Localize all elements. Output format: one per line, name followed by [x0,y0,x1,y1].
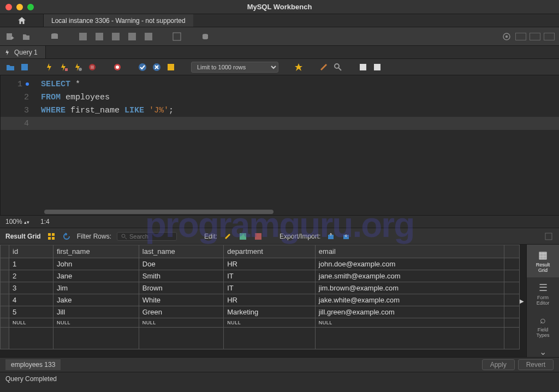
table-row[interactable]: 1JohnDoeHRjohn.doe@example.com [1,258,520,270]
table-cell[interactable]: Green [139,306,223,318]
table-cell[interactable]: HR [224,258,316,270]
more-panels-icon[interactable]: ⌄ [527,342,559,361]
home-tab[interactable] [0,14,44,27]
table-cell[interactable]: Jake [53,294,139,306]
refresh-grid-icon[interactable] [62,231,72,241]
table-cell[interactable]: 4 [9,294,53,306]
table-cell[interactable]: Jim [53,282,139,294]
table-cell[interactable]: White [139,294,223,306]
field-types-panel[interactable]: ⌕ Field Types [527,310,559,342]
table-cell[interactable]: Doe [139,258,223,270]
table-cell[interactable]: IT [224,282,316,294]
table-row[interactable]: 2JaneSmithITjane.smith@example.com [1,270,520,282]
invisible-chars-icon[interactable] [372,62,382,72]
table-row[interactable]: 4JakeWhiteHRjake.white@example.com [1,294,520,306]
bottom-panel-toggle[interactable] [530,33,540,40]
zoom-level[interactable]: 100% ▴▾ [5,218,29,225]
settings-gear-icon[interactable] [501,31,512,42]
null-cell[interactable]: NULL [9,318,53,328]
expand-side-icon[interactable]: ▶ [520,298,524,304]
table-cell[interactable]: jane.smith@example.com [315,270,504,282]
filter-input[interactable] [129,233,168,240]
connection-tab[interactable]: Local instance 3306 - Warning - not supp… [44,14,193,27]
delete-row-icon[interactable] [253,231,263,241]
revert-button[interactable]: Revert [518,359,554,370]
table-cell[interactable]: Brown [139,282,223,294]
col-header[interactable]: email [315,245,504,258]
line-number: 4 [1,119,33,128]
beautify-icon[interactable] [319,62,329,72]
explain-icon[interactable] [73,62,83,72]
col-header[interactable]: id [9,245,53,258]
minimize-window-icon[interactable] [16,4,23,10]
result-grid[interactable]: id first_name last_name department email… [0,245,520,357]
open-file-icon[interactable] [5,62,15,72]
open-sql-file-icon[interactable] [21,31,32,42]
table-cell[interactable]: 3 [9,282,53,294]
table-cell[interactable]: 1 [9,258,53,270]
null-cell[interactable]: NULL [53,318,139,328]
table-cell[interactable]: Jill [53,306,139,318]
table-cell[interactable]: Marketing [224,306,316,318]
null-cell[interactable]: NULL [224,318,316,328]
apply-button[interactable]: Apply [482,359,515,370]
stop-icon[interactable] [87,62,97,72]
form-editor-panel[interactable]: ☰ Form Editor [527,277,559,310]
dashboard-icon[interactable] [171,31,182,42]
autocommit-icon[interactable] [166,62,176,72]
table-cell[interactable]: John [53,258,139,270]
grid-view-icon[interactable] [46,231,56,241]
row-limit-select[interactable]: Limit to 1000 rows [191,62,278,73]
table-row-null[interactable]: NULLNULLNULLNULLNULL [1,318,520,328]
col-header[interactable]: last_name [139,245,223,258]
schema-icon-4[interactable] [127,31,138,42]
refresh-db-icon[interactable] [200,31,211,42]
table-cell[interactable]: jim.brown@example.com [315,282,504,294]
server-status-icon[interactable] [49,31,60,42]
horizontal-scrollbar[interactable] [44,210,273,214]
table-cell[interactable]: Smith [139,270,223,282]
table-cell[interactable]: 2 [9,270,53,282]
table-row[interactable]: 5JillGreenMarketingjill.green@example.co… [1,306,520,318]
table-cell[interactable]: jill.green@example.com [315,306,504,318]
schema-icon-5[interactable] [143,31,154,42]
col-header[interactable]: department [224,245,316,258]
table-cell[interactable]: HR [224,294,316,306]
right-panel-toggle[interactable] [544,33,555,40]
query-tab-1[interactable]: Query 1 [0,46,46,58]
table-row[interactable]: 3JimBrownITjim.brown@example.com [1,282,520,294]
star-icon[interactable] [294,62,304,72]
wrap-cell-icon[interactable] [544,231,554,241]
execute-icon[interactable] [45,62,55,72]
save-file-icon[interactable] [20,62,29,72]
execute-current-icon[interactable] [59,62,69,72]
wrap-icon[interactable] [358,62,368,72]
sql-editor[interactable]: 1 SELECT * 2 FROM employees 3 WHERE firs… [0,75,559,215]
null-cell[interactable]: NULL [139,318,223,328]
toggle-icon-1[interactable] [112,62,122,72]
table-cell[interactable]: 5 [9,306,53,318]
schema-icon-1[interactable] [78,31,88,42]
new-sql-tab-icon[interactable]: + [4,31,15,42]
export-icon[interactable] [326,231,336,241]
find-icon[interactable] [333,62,343,72]
import-icon[interactable] [341,231,351,241]
col-header[interactable]: first_name [53,245,139,258]
schema-icon-3[interactable] [110,31,121,42]
result-grid-panel[interactable]: ▦ Result Grid [527,245,559,277]
table-cell[interactable]: IT [224,270,316,282]
rollback-icon[interactable] [152,62,162,72]
null-cell[interactable]: NULL [315,318,504,328]
schema-icon-2[interactable] [94,31,105,42]
table-cell[interactable]: jake.white@example.com [315,294,504,306]
result-tab[interactable]: employees 133 [5,359,61,370]
table-cell[interactable]: john.doe@example.com [315,258,504,270]
filter-input-wrap[interactable] [117,232,177,241]
edit-row-icon[interactable] [223,231,233,241]
commit-icon[interactable] [138,62,147,72]
table-cell[interactable]: Jane [53,270,139,282]
left-panel-toggle[interactable] [515,33,526,40]
add-row-icon[interactable] [238,231,248,241]
maximize-window-icon[interactable] [27,4,34,10]
close-window-icon[interactable] [5,4,12,10]
